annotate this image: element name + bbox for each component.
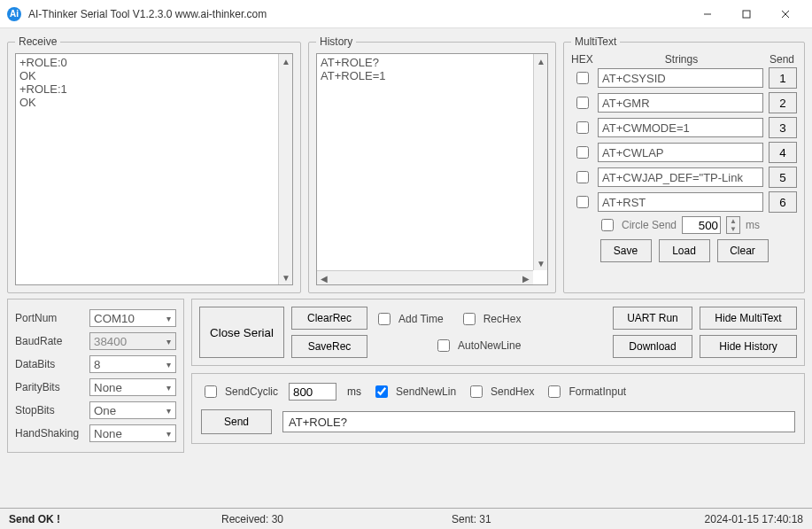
minimize-button[interactable] (688, 0, 727, 28)
receive-text: +ROLE:0 OK +ROLE:1 OK (16, 54, 278, 284)
close-serial-button[interactable]: Close Serial (199, 307, 284, 358)
send-interval-input[interactable] (289, 383, 336, 401)
circle-send-interval[interactable] (682, 216, 721, 234)
multitext-hex-checkbox[interactable] (576, 171, 589, 183)
hide-multitext-button[interactable]: Hide MultiText (700, 307, 797, 330)
portnum-label: PortNum (15, 312, 89, 324)
titlebar: Ai AI-Thinker Serial Tool V1.2.3.0 www.a… (0, 0, 812, 28)
circle-send-checkbox[interactable] (601, 219, 614, 231)
multitext-hex-checkbox[interactable] (576, 146, 589, 159)
status-message: Send OK ! (9, 513, 60, 525)
multitext-string-input[interactable] (598, 93, 763, 113)
send-cyclic-label: SendCyclic (225, 385, 278, 398)
send-cyclic-checkbox[interactable] (205, 385, 217, 398)
multitext-send-button[interactable]: 2 (769, 92, 797, 113)
receive-legend: Receive (15, 35, 60, 48)
multitext-send-button[interactable]: 4 (769, 142, 797, 163)
multitext-row: 4 (571, 142, 797, 163)
auto-newline-checkbox[interactable] (437, 339, 450, 352)
toolbar-panel: Close Serial ClearRec SaveRec Add Time R… (191, 299, 805, 366)
databits-label: DataBits (15, 358, 89, 370)
baudrate-combo[interactable]: ▾ (89, 332, 176, 350)
rec-hex-label: RecHex (483, 313, 522, 325)
scroll-up-icon[interactable]: ▲ (279, 54, 293, 68)
scroll-right-icon[interactable]: ▶ (519, 271, 533, 285)
paritybits-combo[interactable]: ▾ (89, 378, 176, 396)
close-button[interactable] (766, 0, 805, 28)
download-button[interactable]: Download (613, 335, 692, 358)
multitext-string-input[interactable] (598, 68, 763, 88)
databits-combo[interactable]: ▾ (89, 355, 176, 373)
clear-rec-button[interactable]: ClearRec (291, 307, 367, 330)
history-panel: History AT+ROLE? AT+ROLE=1 ▲ ▼ ◀ ▶ (308, 35, 556, 293)
multitext-load-button[interactable]: Load (659, 239, 710, 262)
history-vscrollbar[interactable]: ▲ ▼ (533, 54, 547, 270)
send-hex-checkbox[interactable] (470, 385, 483, 398)
status-timestamp: 2024-01-15 17:40:18 (705, 513, 803, 525)
multitext-send-button[interactable]: 5 (769, 167, 797, 188)
multitext-header-send: Send (767, 53, 797, 66)
history-hscrollbar[interactable]: ◀ ▶ (317, 270, 533, 284)
format-input-label: FormatInput (568, 385, 626, 398)
svg-rect-1 (743, 11, 750, 18)
maximize-button[interactable] (727, 0, 766, 28)
multitext-row: 1 (571, 67, 797, 89)
receive-vscrollbar[interactable]: ▲ ▼ (278, 54, 292, 284)
receive-textarea[interactable]: +ROLE:0 OK +ROLE:1 OK ▲ ▼ (15, 53, 293, 285)
multitext-send-button[interactable]: 3 (769, 117, 797, 138)
save-rec-button[interactable]: SaveRec (291, 335, 367, 358)
add-time-checkbox[interactable] (378, 313, 391, 325)
multitext-string-input[interactable] (598, 167, 763, 187)
format-input-checkbox[interactable] (548, 385, 561, 398)
send-hex-label: SendHex (491, 385, 534, 398)
rec-hex-checkbox[interactable] (463, 313, 476, 325)
send-input[interactable] (282, 411, 795, 432)
multitext-clear-button[interactable]: Clear (717, 239, 769, 262)
multitext-hex-checkbox[interactable] (576, 196, 589, 208)
send-panel: SendCyclic ms SendNewLin SendHex FormatI… (191, 373, 805, 444)
app-icon: Ai (7, 7, 21, 21)
multitext-row: 3 (571, 117, 797, 138)
multitext-header-hex: HEX (571, 53, 596, 66)
send-newline-checkbox[interactable] (375, 385, 388, 398)
multitext-legend: MultiText (571, 35, 620, 48)
multitext-string-input[interactable] (598, 143, 763, 162)
multitext-header-strings: Strings (599, 53, 763, 66)
circle-send-unit: ms (746, 219, 760, 231)
hide-history-button[interactable]: Hide History (700, 335, 797, 358)
spin-up-icon[interactable]: ▲ (727, 217, 739, 225)
uart-run-button[interactable]: UART Run (613, 307, 692, 330)
baudrate-label: BaudRate (15, 335, 89, 347)
send-newline-label: SendNewLin (396, 385, 456, 398)
auto-newline-label: AutoNewLine (458, 339, 521, 352)
scroll-down-icon[interactable]: ▼ (279, 270, 293, 284)
window-title: AI-Thinker Serial Tool V1.2.3.0 www.ai-t… (28, 8, 267, 20)
stopbits-label: StopBits (15, 404, 89, 416)
circle-send-spinner[interactable]: ▲▼ (726, 216, 740, 234)
send-button[interactable]: Send (201, 409, 272, 434)
scroll-left-icon[interactable]: ◀ (317, 271, 331, 285)
spin-down-icon[interactable]: ▼ (727, 225, 739, 233)
multitext-send-button[interactable]: 6 (769, 191, 797, 213)
handshaking-combo[interactable]: ▾ (89, 424, 176, 442)
paritybits-label: ParityBits (15, 381, 89, 393)
multitext-save-button[interactable]: Save (600, 239, 652, 262)
status-received: Received: 30 (221, 513, 283, 525)
handshaking-label: HandShaking (15, 427, 89, 440)
multitext-hex-checkbox[interactable] (576, 97, 589, 109)
multitext-row: 5 (571, 167, 797, 188)
multitext-send-button[interactable]: 1 (769, 67, 797, 89)
multitext-string-input[interactable] (598, 192, 763, 212)
scroll-up-icon[interactable]: ▲ (534, 54, 548, 68)
history-text: AT+ROLE? AT+ROLE=1 (317, 54, 533, 270)
multitext-string-input[interactable] (598, 118, 763, 137)
multitext-hex-checkbox[interactable] (576, 72, 589, 84)
send-interval-unit: ms (347, 385, 361, 398)
multitext-hex-checkbox[interactable] (576, 121, 589, 134)
scroll-down-icon[interactable]: ▼ (534, 256, 548, 270)
receive-panel: Receive +ROLE:0 OK +ROLE:1 OK ▲ ▼ (7, 35, 301, 293)
stopbits-combo[interactable]: ▾ (89, 401, 176, 419)
history-textarea[interactable]: AT+ROLE? AT+ROLE=1 ▲ ▼ ◀ ▶ (316, 53, 548, 285)
circle-send-label: Circle Send (622, 219, 677, 231)
portnum-combo[interactable]: ▾ (89, 309, 176, 327)
